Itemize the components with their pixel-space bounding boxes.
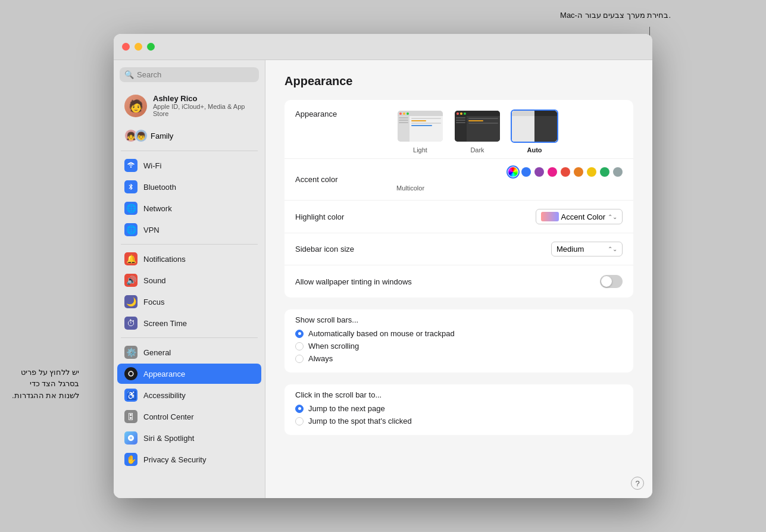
sidebar-icon-size-content: Medium ⌃⌄	[396, 242, 623, 256]
bluetooth-icon	[124, 180, 137, 193]
sidebar-item-appearance[interactable]: Appearance	[117, 364, 261, 384]
sidebar-item-screentime[interactable]: ⏱ Screen Time	[117, 313, 261, 333]
highlight-preview	[541, 212, 559, 221]
swatch-pink[interactable]	[548, 167, 557, 177]
sidebar-item-siri[interactable]: Siri & Spotlight	[117, 428, 261, 448]
highlight-color-dropdown[interactable]: Accent Color ⌃⌄	[536, 209, 623, 224]
network-label: Network	[143, 204, 254, 213]
vpn-icon: 🌐	[124, 223, 137, 236]
screentime-icon: ⏱	[124, 317, 137, 330]
user-name: Ashley Rico	[153, 94, 254, 103]
highlight-color-content: Accent Color ⌃⌄	[396, 209, 623, 224]
notifications-label: Notifications	[143, 255, 254, 264]
swatch-purple[interactable]	[534, 167, 544, 177]
vpn-label: VPN	[143, 226, 254, 234]
user-info: Ashley Rico Apple ID, iCloud+, Media & A…	[153, 94, 254, 117]
user-profile-item[interactable]: 🧑 Ashley Rico Apple ID, iCloud+, Media &…	[117, 89, 261, 122]
sidebar-icon-size-dropdown[interactable]: Medium ⌃⌄	[551, 242, 623, 256]
swatch-blue[interactable]	[521, 167, 531, 177]
sidebar-item-bluetooth[interactable]: Bluetooth	[117, 177, 261, 197]
highlight-dropdown-arrow: ⌃⌄	[608, 214, 617, 220]
sidebar-item-general[interactable]: ⚙️ General	[117, 342, 261, 362]
appearance-options: Light	[396, 109, 558, 154]
swatch-green[interactable]	[600, 167, 609, 177]
swatch-red[interactable]	[561, 167, 570, 177]
click-scroll-bar-label: Click in the scroll bar to...	[295, 390, 623, 399]
scroll-bar-radio-always[interactable]	[295, 355, 304, 363]
wifi-label: Wi-Fi	[143, 161, 254, 170]
sidebar-item-family[interactable]: 👧 👦 Family	[117, 125, 261, 146]
sidebar-divider-2	[121, 244, 258, 245]
search-icon: 🔍	[124, 70, 134, 79]
appearance-icon	[124, 367, 137, 380]
annotation-top: .בחירת מערך צבעים עבור ה-Mac	[560, 11, 671, 20]
sidebar-item-sound[interactable]: 🔊 Sound	[117, 270, 261, 290]
swatch-yellow[interactable]	[587, 167, 596, 177]
scroll-bar-option-scrolling[interactable]: When scrolling	[295, 342, 623, 351]
bluetooth-label: Bluetooth	[143, 183, 254, 192]
highlight-color-value: Accent Color	[561, 212, 605, 221]
scroll-bar-radio-scrolling[interactable]	[295, 342, 304, 351]
swatch-multicolor[interactable]	[508, 167, 518, 177]
settings-card-click-scroll: Click in the scroll bar to... Jump to th…	[284, 384, 633, 435]
accessibility-label: Accessibility	[143, 391, 254, 400]
appearance-option-auto[interactable]: Auto	[511, 109, 558, 154]
focus-label: Focus	[143, 298, 254, 306]
search-box[interactable]: 🔍	[120, 67, 259, 82]
titlebar	[114, 34, 652, 60]
help-button[interactable]: ?	[631, 477, 644, 490]
scroll-bar-label-always: Always	[308, 354, 333, 363]
sidebar-item-wifi[interactable]: Wi-Fi	[117, 155, 261, 176]
toggle-knob	[601, 276, 612, 287]
sidebar-item-notifications[interactable]: 🔔 Notifications	[117, 249, 261, 269]
swatch-graphite[interactable]	[613, 167, 623, 177]
minimize-button[interactable]	[135, 43, 142, 51]
sidebar-size-arrow: ⌃⌄	[608, 246, 617, 252]
sidebar-item-network[interactable]: 🌐 Network	[117, 198, 261, 218]
svg-point-1	[129, 372, 133, 375]
appearance-row: Appearance	[284, 100, 633, 159]
sidebar-item-accessibility[interactable]: ♿ Accessibility	[117, 385, 261, 405]
click-scroll-option-spot[interactable]: Jump to the spot that's clicked	[295, 417, 623, 425]
maximize-button[interactable]	[147, 43, 155, 51]
close-button[interactable]	[122, 43, 130, 51]
sidebar-item-vpn[interactable]: 🌐 VPN	[117, 220, 261, 240]
focus-icon: 🌙	[124, 295, 137, 308]
annotation-left: יש ללחוץ על פריט בסרגל הצד כדי לשנות את …	[12, 367, 79, 402]
show-scroll-bars-label: Show scroll bars...	[295, 315, 623, 324]
swatch-orange[interactable]	[574, 167, 583, 177]
dark-label: Dark	[470, 146, 484, 154]
controlcenter-label: Control Center	[143, 412, 254, 421]
auto-label: Auto	[527, 146, 542, 154]
sidebar-icon-size-value: Medium	[556, 245, 584, 254]
sidebar-divider-3	[121, 337, 258, 338]
click-scroll-option-next[interactable]: Jump to the next page	[295, 404, 623, 413]
wallpaper-tinting-toggle[interactable]	[600, 275, 623, 288]
swatch-multicolor-container	[508, 167, 518, 177]
notifications-icon: 🔔	[124, 252, 137, 265]
scroll-bar-option-auto[interactable]: Automatically based on mouse or trackpad	[295, 329, 623, 338]
page-title: Appearance	[284, 74, 633, 88]
click-scroll-radio-next[interactable]	[295, 405, 304, 413]
wallpaper-tinting-label: Allow wallpaper tinting in windows	[295, 277, 590, 286]
content-area: 🔍 🧑 Ashley Rico Apple ID, iCloud+, Media…	[114, 60, 652, 498]
scroll-bar-radio-auto[interactable]	[295, 330, 304, 338]
scroll-bar-label-scrolling: When scrolling	[308, 342, 359, 351]
wallpaper-tinting-content	[600, 275, 623, 288]
user-avatar: 🧑	[124, 95, 147, 117]
sidebar-item-controlcenter[interactable]: 🎛 Control Center	[117, 406, 261, 427]
user-subtitle: Apple ID, iCloud+, Media & App Store	[153, 103, 254, 117]
click-scroll-radio-spot[interactable]	[295, 417, 304, 425]
sidebar-icon-size-label: Sidebar icon size	[295, 245, 396, 254]
sound-label: Sound	[143, 276, 254, 285]
appearance-label-sidebar: Appearance	[143, 370, 254, 378]
appearance-option-dark[interactable]: Dark	[454, 109, 501, 154]
sidebar-item-focus[interactable]: 🌙 Focus	[117, 292, 261, 312]
general-icon: ⚙️	[124, 346, 137, 359]
sidebar-item-privacy[interactable]: ✋ Privacy & Security	[117, 449, 261, 470]
accent-color-swatches	[508, 167, 623, 177]
scroll-bar-option-always[interactable]: Always	[295, 354, 623, 363]
search-input[interactable]	[137, 70, 254, 79]
scroll-bar-label-auto: Automatically based on mouse or trackpad	[308, 329, 455, 338]
appearance-option-light[interactable]: Light	[396, 109, 444, 154]
